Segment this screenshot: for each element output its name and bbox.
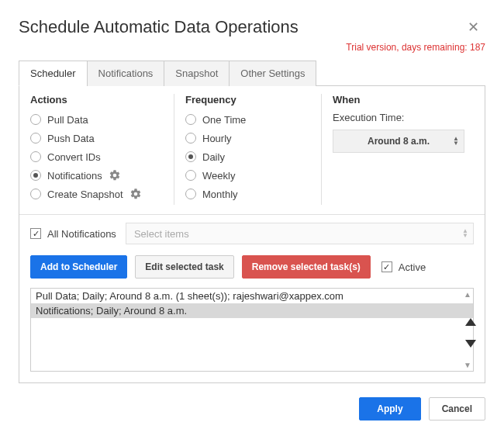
move-down-button[interactable] [464, 338, 478, 349]
radio-label: Daily [202, 151, 225, 163]
config-sections: Actions Pull Data Push Data Convert IDs … [19, 86, 485, 214]
freq-hourly[interactable]: Hourly [185, 130, 310, 146]
scroll-up-icon[interactable]: ▲ [464, 290, 471, 299]
scheduler-panel: Actions Pull Data Push Data Convert IDs … [19, 86, 485, 383]
tab-notifications[interactable]: Notifications [87, 61, 164, 86]
radio-icon [185, 170, 196, 181]
trial-notice: Trial version, days remaining: 187 [19, 42, 485, 53]
all-notifications-label: All Notifications [47, 228, 116, 240]
task-item[interactable]: Pull Data; Daily; Around 8 a.m. (1 sheet… [31, 289, 473, 303]
all-notifications-checkbox[interactable]: ✓ [30, 228, 41, 239]
radio-icon [185, 151, 196, 162]
radio-label: Push Data [47, 133, 95, 144]
radio-label: Weekly [202, 170, 235, 182]
tab-other-settings[interactable]: Other Settings [229, 61, 316, 86]
radio-label: Convert IDs [47, 151, 101, 163]
dialog-title: Schedule Automatic Data Operations [19, 17, 299, 37]
dialog-header: Schedule Automatic Data Operations ✕ [19, 16, 485, 39]
freq-monthly[interactable]: Monthly [185, 186, 310, 202]
freq-daily[interactable]: Daily [185, 149, 310, 164]
remove-selected-tasks-button[interactable]: Remove selected task(s) [242, 255, 371, 279]
select-placeholder: Select items [134, 228, 189, 240]
stepper-icon: ▲▼ [462, 229, 468, 238]
dialog-footer: Apply Cancel [0, 383, 504, 434]
scroll-down-icon[interactable]: ▼ [464, 361, 471, 369]
action-push-data[interactable]: Push Data [30, 130, 163, 146]
active-checkbox[interactable]: ✓ [381, 261, 392, 272]
action-create-snapshot[interactable]: Create Snapshot [30, 186, 163, 202]
action-pull-data[interactable]: Pull Data [30, 112, 163, 127]
active-label: Active [399, 261, 426, 273]
gear-icon[interactable] [129, 188, 142, 200]
radio-label: One Time [202, 114, 246, 126]
radio-icon [185, 189, 196, 199]
edit-selected-task-button[interactable]: Edit selected task [135, 255, 233, 279]
tab-snapshot[interactable]: Snapshot [164, 61, 229, 86]
freq-weekly[interactable]: Weekly [185, 168, 310, 183]
task-list[interactable]: Pull Data; Daily; Around 8 a.m. (1 sheet… [30, 288, 474, 372]
execution-time-select[interactable]: Around 8 a.m. ▲▼ [333, 130, 464, 153]
radio-icon [185, 114, 196, 125]
execution-time-label: Execution Time: [333, 112, 474, 123]
radio-icon [30, 114, 41, 125]
radio-icon [30, 170, 41, 181]
tab-scheduler[interactable]: Scheduler [19, 61, 87, 86]
radio-icon [30, 133, 41, 144]
radio-label: Notifications [47, 170, 102, 182]
actions-section: Actions Pull Data Push Data Convert IDs … [19, 94, 174, 205]
radio-icon [30, 151, 41, 162]
notifications-select[interactable]: Select items ▲▼ [126, 223, 474, 244]
frequency-section: Frequency One Time Hourly Daily Weekly [174, 94, 322, 205]
when-title: When [333, 94, 474, 106]
reorder-arrows [464, 317, 478, 349]
apply-button[interactable]: Apply [359, 397, 420, 421]
move-up-button[interactable] [464, 317, 478, 327]
active-toggle[interactable]: ✓ Active [381, 261, 426, 273]
stepper-icon: ▲▼ [453, 137, 459, 146]
actions-title: Actions [30, 94, 163, 106]
execution-time-value: Around 8 a.m. [368, 136, 430, 147]
when-section: When Execution Time: Around 8 a.m. ▲▼ [322, 94, 485, 205]
action-convert-ids[interactable]: Convert IDs [30, 149, 163, 164]
action-notifications[interactable]: Notifications [30, 168, 163, 183]
button-row: Add to Scheduler Edit selected task Remo… [19, 252, 485, 288]
radio-label: Monthly [202, 189, 238, 200]
cancel-button[interactable]: Cancel [429, 397, 485, 421]
tab-bar: Scheduler Notifications Snapshot Other S… [19, 61, 485, 86]
freq-one-time[interactable]: One Time [185, 112, 310, 127]
radio-icon [185, 133, 196, 144]
gear-icon[interactable] [109, 169, 121, 182]
radio-icon [30, 189, 41, 199]
frequency-title: Frequency [185, 94, 310, 106]
close-icon[interactable]: ✕ [461, 16, 485, 39]
add-to-scheduler-button[interactable]: Add to Scheduler [30, 255, 127, 279]
dialog: Schedule Automatic Data Operations ✕ Tri… [0, 0, 504, 383]
radio-label: Hourly [202, 133, 232, 144]
task-item[interactable]: Notifications; Daily; Around 8 a.m. [31, 303, 473, 318]
notifications-filter-row: ✓ All Notifications Select items ▲▼ [19, 215, 485, 252]
radio-label: Create Snapshot [47, 189, 123, 200]
radio-label: Pull Data [47, 114, 88, 126]
